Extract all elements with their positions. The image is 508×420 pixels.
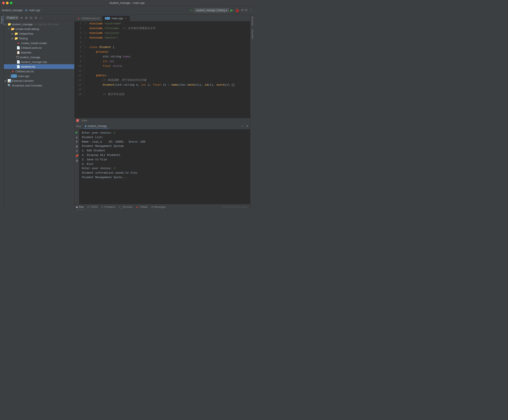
cmake-build-debug-icon: 📂 (11, 27, 15, 31)
bottom-nav-cmake[interactable]: 🔺 CMake (135, 204, 148, 210)
tree-cmakelists[interactable]: ▶ 🔺 CMakeLists.txt (4, 69, 74, 74)
line-number-6: 6 (75, 45, 84, 50)
cmake-install-icon: 🔺 (16, 41, 20, 45)
close-bottom-panel[interactable]: ✕ (246, 125, 248, 128)
project-tab[interactable]: Project (0, 15, 4, 25)
minimize-button[interactable] (6, 2, 8, 4)
bottom-nav-todo[interactable]: ☑ TODO (87, 204, 98, 210)
close-panel-icon[interactable]: — (39, 16, 43, 20)
close-run-tab[interactable]: ✕ (241, 125, 244, 128)
run-up-button[interactable]: ▲ (75, 135, 79, 139)
tab-cmakelists[interactable]: 🔺 CMakeLists.txt (75, 15, 102, 21)
run-output[interactable]: Enter your choice: 2 Student List: Name:… (79, 130, 250, 204)
output-line-7: 1. Add Student (82, 148, 247, 153)
bottom-nav-messages[interactable]: ✉ Messages (151, 204, 166, 210)
titlebar: student_manage – main.cpp (0, 0, 254, 6)
line-content-9: int id; (88, 59, 250, 64)
cpp-file-icon: ⊕ (25, 8, 27, 12)
tree-root[interactable]: ▾ 📁 student_manage ~/c_cpp/cpp_little_pr… (4, 22, 74, 27)
run-tab-label: student_manage (88, 125, 107, 128)
project-panel-header: Project ▾ ⊕ ⊞ ⊟ ⚙ — (4, 15, 74, 21)
todo-nav-icon: ☑ (87, 206, 90, 208)
output-choice-2: 3 (113, 167, 115, 170)
line-content-16: // 显示学生信息 (88, 92, 250, 97)
bottom-nav-tabs: ▶ Run ☑ TODO ⚠ Problems >_ Terminal 🔺 (75, 204, 250, 210)
student-manage-exec-label: student_manage (20, 56, 40, 59)
run-rerun-button[interactable]: ⟳ (75, 149, 79, 153)
maximize-button[interactable] (10, 2, 12, 4)
line-content-8: std::string name; (88, 54, 250, 59)
breadcrumb: student_manage › ⊕ main.cpp (2, 8, 40, 12)
locate-icon[interactable]: ⊕ (20, 16, 23, 20)
line-content-3: #include <utility> (88, 31, 250, 36)
line-content-1: #include <iostream> (88, 22, 250, 26)
cpp-tab-label: main.cpp (112, 17, 123, 20)
tab-close-main-cpp[interactable]: ✕ (124, 17, 127, 20)
tree-scratches[interactable]: ▶ 🔍 Scratches and Consoles (4, 83, 74, 88)
breadcrumb-project[interactable]: student_manage (2, 8, 22, 12)
run-tab-icon: ▶ (85, 125, 87, 127)
run-trash-button[interactable]: 🗑 (75, 159, 79, 162)
line-gutter-4: ▽ (84, 36, 88, 40)
more-icon[interactable]: ⋮ (249, 8, 252, 12)
close-button[interactable] (2, 2, 5, 4)
bottom-nav-problems[interactable]: ⚠ Problems (101, 204, 115, 210)
run-sidebar: ▶ ▲ ▼ ■ ⟳ 📌 🗑 (75, 130, 79, 204)
tree-cmakefiles[interactable]: ▶ 📁 CMakeFiles (4, 31, 74, 36)
cmake-build-debug-label: cmake-build-debug (15, 27, 39, 31)
cmake-nav-icon: 🔺 (135, 206, 139, 208)
run-play-button[interactable]: ▶ (75, 130, 79, 134)
tree-testing[interactable]: ▶ 📁 Testing (4, 36, 74, 41)
run-down-button[interactable]: ▼ (75, 140, 79, 144)
structure-tab[interactable]: Structure (250, 15, 254, 28)
settings-icon[interactable]: ⚙ (34, 16, 38, 20)
makefile-icon: 📋 (16, 51, 20, 54)
tree-main-cpp[interactable]: ▶ C++ main.cpp (4, 74, 74, 78)
run-stop-button[interactable]: ■ (75, 145, 79, 148)
tree-makefile[interactable]: ▶ 📋 Makefile (4, 50, 74, 55)
favorites-tab[interactable]: Favorites (250, 28, 254, 41)
project-dropdown[interactable]: Project ▾ (6, 16, 19, 20)
output-line-13: 4. Exit (82, 162, 247, 167)
profile-icon[interactable]: ⟳ (245, 8, 247, 12)
back-navigation-icon[interactable]: ⇦ (190, 8, 193, 13)
bottom-nav-run[interactable]: ▶ Run (76, 204, 84, 210)
line-gutter-3: ▽ (84, 31, 88, 36)
bottom-tab-run[interactable]: ▶ student_manage (83, 124, 108, 128)
tree-cmake-install[interactable]: ▶ 🔺 cmake_install.cmake (4, 41, 74, 45)
line-number-15: 15 (75, 87, 84, 92)
run-pin-button[interactable]: 📌 (75, 154, 79, 158)
dropdown-icon: ▾ (226, 9, 227, 12)
main-layout: student_manage › ⊕ main.cpp ⇦ student_ma… (0, 6, 254, 210)
tree-student-manage-cbp[interactable]: ▶ 📄 student_manage.cbp (4, 59, 74, 64)
tree-cmake-build-debug[interactable]: ▾ 📂 cmake-build-debug (4, 27, 74, 31)
code-editor[interactable]: 1 ▽ #include <iostream> 2 #include <fstr… (75, 22, 250, 118)
tree-cmakecache[interactable]: ▶ 📄 CMakeCache.txt (4, 45, 74, 50)
expand-icon[interactable]: ⊟ (29, 16, 33, 20)
run-configuration[interactable]: student_manage | Debug ▾ (194, 8, 229, 12)
bottom-nav-terminal[interactable]: >_ Terminal (119, 204, 132, 210)
tab-main-cpp[interactable]: C++ main.cpp ✕ (102, 15, 130, 21)
problems-nav-label: Problems (104, 206, 115, 208)
line-number-2: 2 (75, 26, 84, 31)
coverage-icon[interactable]: ⟲ (241, 8, 244, 12)
tree-student-manage-exec[interactable]: ▶ ■ student_manage (4, 55, 74, 59)
bottom-panel: Run: ▶ student_manage ✕ ✕ ▶ ▲ ▼ ■ (75, 123, 250, 204)
tree-students-txt[interactable]: ▶ 📄 students.txt (4, 64, 74, 69)
debug-icon[interactable]: 🐞 (235, 8, 239, 13)
run-button[interactable]: ▶ (231, 8, 233, 13)
external-libraries-icon: 📊 (7, 79, 11, 82)
output-line-3: Name: xiao_a ID: 10001 Score: 100 (82, 140, 247, 144)
line-number-12: 12 (75, 73, 84, 78)
line-number-8: 8 (75, 54, 84, 59)
code-line-8: 8 std::string name; (75, 54, 250, 59)
code-line-10: 10 float score; (75, 64, 250, 68)
cmakelists-label: CMakeLists.txt (15, 70, 34, 73)
output-line-15: Enter your choice: 3 (82, 166, 247, 171)
cmakefiles-icon: 📁 (14, 32, 18, 35)
tree-external-libraries[interactable]: ▶ 📊 External Libraries (4, 78, 74, 83)
collapse-icon[interactable]: ⊞ (25, 16, 28, 20)
cmakefiles-label: CMakeFiles (19, 32, 34, 35)
line-content-7: private: (88, 50, 250, 54)
line-number-9: 9 (75, 59, 84, 64)
